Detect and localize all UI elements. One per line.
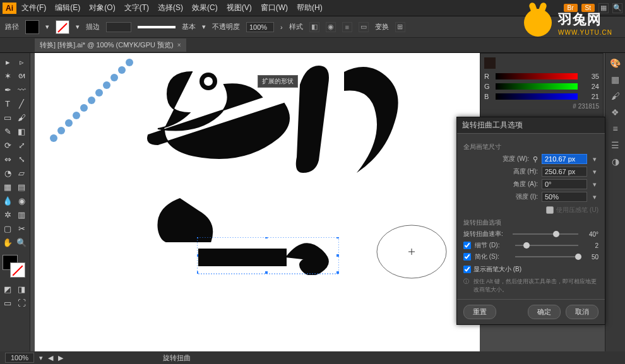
zoom-tool[interactable]: 🔍	[15, 236, 28, 249]
align-icon[interactable]: ≡	[342, 22, 352, 32]
bridge-badge[interactable]: Br	[564, 4, 578, 12]
gradient-mode-icon[interactable]: ◨	[15, 283, 28, 295]
ok-button[interactable]: 确定	[528, 305, 561, 319]
arrange-docs-icon[interactable]: ▦	[598, 3, 609, 13]
change-screen-icon[interactable]: ⛶	[15, 296, 28, 309]
menu-edit[interactable]: 编辑(E)	[55, 3, 80, 13]
chevron-down-icon[interactable]: ▾	[202, 23, 206, 31]
rectangle-tool[interactable]: ▭	[1, 111, 14, 124]
type-tool[interactable]: T	[1, 97, 14, 110]
chevron-down-icon[interactable]: ▾	[591, 155, 598, 163]
menu-file[interactable]: 文件(F)	[21, 3, 46, 13]
twirl-rate-slider[interactable]	[513, 233, 578, 235]
rotate-tool[interactable]: ⟳	[1, 139, 14, 151]
canvas[interactable]: 扩展的形状	[35, 53, 480, 351]
stroke-panel-icon[interactable]: ≡	[609, 122, 622, 135]
nav-right-icon[interactable]: ▶	[58, 354, 63, 362]
menu-window[interactable]: 窗口(W)	[261, 3, 288, 13]
nav-left-icon[interactable]: ◀	[48, 354, 53, 362]
link-icon[interactable]: ⚲	[533, 155, 538, 163]
blend-tool[interactable]: ◉	[15, 194, 28, 207]
free-transform-tool[interactable]: ⤡	[15, 153, 28, 165]
cancel-button[interactable]: 取消	[566, 305, 598, 319]
shaper-tool[interactable]: ✎	[1, 125, 14, 138]
stroke-preview[interactable]	[138, 26, 176, 28]
mesh-tool[interactable]: ▦	[1, 180, 14, 193]
menu-effect[interactable]: 效果(C)	[192, 3, 218, 13]
menu-view[interactable]: 视图(V)	[227, 3, 252, 13]
shape-builder-tool[interactable]: ◔	[1, 167, 14, 179]
recolor-icon[interactable]: ◉	[326, 22, 336, 32]
chevron-down-icon[interactable]: ▾	[591, 193, 598, 201]
stroke-color-box[interactable]	[10, 262, 25, 278]
fill-swatch[interactable]	[25, 20, 39, 34]
b-slider[interactable]	[496, 93, 578, 100]
perspective-tool[interactable]: ▱	[15, 167, 28, 179]
document-tab[interactable]: 转换] [转换].ai* @ 100% (CMYK/GPU 预览) ×	[35, 38, 186, 52]
detail-slider[interactable]	[515, 245, 578, 246]
slice-tool[interactable]: ✂	[15, 222, 28, 235]
chevron-down-icon[interactable]: ▾	[45, 23, 49, 31]
simplify-checkbox[interactable]	[463, 253, 471, 261]
chevron-down-icon[interactable]: ▾	[76, 23, 80, 31]
symbols-panel-icon[interactable]: ❖	[609, 106, 622, 119]
height-input[interactable]	[542, 167, 587, 177]
color-panel-icon[interactable]: 🎨	[609, 57, 622, 69]
hand-tool[interactable]: ✋	[1, 236, 14, 249]
eraser-tool[interactable]: ◧	[15, 125, 28, 138]
color-stroke-swatch[interactable]	[498, 57, 509, 69]
artboard-tool[interactable]: ▢	[1, 222, 14, 235]
close-tab-icon[interactable]: ×	[177, 42, 181, 49]
chevron-down-icon[interactable]: ▾	[39, 354, 43, 362]
zoom-dropdown[interactable]: 100%	[5, 353, 34, 363]
line-tool[interactable]: ╱	[15, 97, 28, 110]
hex-value[interactable]: 231815	[578, 103, 599, 110]
brushes-panel-icon[interactable]: 🖌	[609, 90, 622, 102]
opacity-input[interactable]	[246, 22, 274, 32]
appearance-panel-icon[interactable]: ◑	[609, 155, 622, 168]
selected-shape[interactable]	[197, 237, 339, 275]
stroke-weight-input[interactable]	[106, 22, 131, 32]
scale-tool[interactable]: ⤢	[15, 139, 28, 151]
fill-stroke-indicator[interactable]	[1, 254, 27, 279]
simplify-slider[interactable]	[515, 256, 578, 257]
r-slider[interactable]	[496, 73, 578, 79]
paintbrush-tool[interactable]: 🖌	[15, 111, 28, 124]
menu-help[interactable]: 帮助(H)	[297, 3, 323, 13]
stock-badge[interactable]: St	[581, 4, 595, 12]
stroke-style-label[interactable]: 基本	[182, 22, 196, 32]
lasso-tool[interactable]: ᘛ	[15, 69, 28, 82]
menu-object[interactable]: 对象(O)	[89, 3, 115, 13]
reset-button[interactable]: 重置	[463, 305, 496, 319]
detail-checkbox[interactable]	[463, 242, 471, 249]
layers-panel-icon[interactable]: ☰	[609, 139, 622, 151]
magic-wand-tool[interactable]: ✶	[1, 69, 14, 82]
search-icon[interactable]: 🔍	[612, 3, 622, 13]
style-swatch[interactable]: ◧	[309, 22, 319, 32]
chevron-down-icon[interactable]: ▾	[591, 168, 598, 176]
selection-tool[interactable]: ▸	[1, 56, 14, 68]
chevron-down-icon[interactable]: ▾	[591, 180, 598, 189]
intensity-input[interactable]	[542, 192, 587, 202]
color-mode-icon[interactable]: ◩	[1, 283, 14, 295]
curvature-tool[interactable]: 〰	[15, 83, 28, 96]
show-brush-checkbox[interactable]	[463, 266, 471, 273]
color-fill-swatch[interactable]	[484, 57, 496, 69]
symbol-sprayer-tool[interactable]: ✲	[1, 208, 14, 221]
width-input[interactable]	[542, 154, 587, 164]
gradient-tool[interactable]: ▤	[15, 180, 28, 193]
transform-button[interactable]: 变换	[375, 22, 389, 32]
g-slider[interactable]	[496, 83, 578, 90]
width-tool[interactable]: ⇔	[1, 153, 14, 165]
angle-input[interactable]	[542, 179, 587, 189]
isolate-icon[interactable]: ⊞	[395, 22, 405, 32]
menu-type[interactable]: 文字(T)	[124, 3, 149, 13]
stroke-swatch[interactable]	[56, 20, 69, 34]
pen-tool[interactable]: ✒	[1, 83, 14, 96]
shape-icon[interactable]: ▭	[359, 22, 369, 32]
chevron-right-icon[interactable]: ›	[280, 23, 283, 31]
screen-mode-icon[interactable]: ▭	[1, 296, 14, 309]
graph-tool[interactable]: ▥	[15, 208, 28, 221]
direct-selection-tool[interactable]: ▹	[15, 56, 28, 68]
menu-select[interactable]: 选择(S)	[158, 3, 183, 13]
